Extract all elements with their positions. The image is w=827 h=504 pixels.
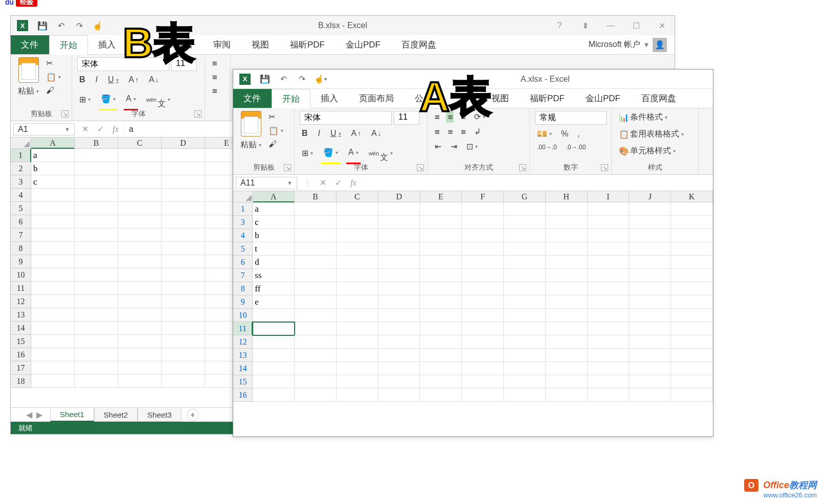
cell[interactable] (75, 215, 118, 228)
row-header[interactable]: 1 (11, 149, 31, 162)
cell[interactable] (75, 295, 118, 308)
cell[interactable] (118, 268, 162, 282)
grow-font-icon[interactable]: A↑ (349, 128, 363, 139)
font-size-select[interactable]: 11 (394, 111, 419, 125)
cell[interactable] (162, 308, 205, 322)
column-header[interactable]: E (420, 191, 462, 202)
cell[interactable] (546, 375, 588, 388)
align-center-icon[interactable]: ≡ (446, 126, 454, 138)
column-header[interactable]: J (629, 191, 671, 202)
italic-button[interactable]: I (316, 128, 322, 139)
cell[interactable] (671, 322, 713, 335)
cell[interactable] (671, 256, 713, 269)
column-header[interactable]: H (546, 191, 588, 202)
cell[interactable] (31, 255, 75, 268)
cell[interactable]: a (31, 149, 75, 162)
cancel-icon[interactable]: ✕ (315, 178, 330, 188)
maximize-icon[interactable]: ☐ (629, 21, 644, 31)
cell[interactable] (504, 295, 546, 309)
align-right-icon[interactable]: ≡ (459, 126, 467, 138)
cut-icon[interactable]: ✂ (44, 57, 63, 69)
column-header[interactable]: F (462, 191, 504, 202)
cancel-icon[interactable]: ✕ (77, 124, 93, 134)
cell[interactable]: c (253, 216, 295, 229)
account-link[interactable]: Microsoft 帐户 ▾ 👤 (581, 35, 675, 54)
cell[interactable] (337, 282, 378, 295)
dec-decimal-icon[interactable]: .0→.00 (564, 143, 588, 152)
cell[interactable] (162, 348, 205, 361)
cell[interactable] (75, 268, 118, 282)
column-header[interactable]: K (671, 191, 713, 202)
number-format-select[interactable]: 常规 (535, 111, 607, 125)
tab-file[interactable]: 文件 (11, 35, 49, 54)
cell[interactable] (118, 242, 162, 255)
cell[interactable] (504, 216, 546, 229)
cell[interactable] (546, 202, 588, 216)
cell[interactable] (295, 202, 337, 216)
cell[interactable] (162, 242, 205, 255)
column-header[interactable]: A (31, 138, 75, 149)
cell[interactable] (629, 388, 671, 402)
cell[interactable] (378, 322, 420, 335)
copy-icon[interactable]: 📋▾ (266, 125, 285, 136)
cell[interactable] (588, 309, 630, 322)
cell[interactable] (588, 322, 630, 335)
cell[interactable] (162, 322, 205, 335)
align-top-icon[interactable]: ≡ (210, 57, 225, 69)
formula-input[interactable] (361, 182, 713, 184)
minimize-icon[interactable]: — (603, 21, 618, 31)
cell[interactable] (75, 175, 118, 189)
cell[interactable] (295, 322, 337, 335)
cell[interactable] (420, 295, 462, 309)
cell[interactable] (546, 295, 588, 309)
cell[interactable] (504, 256, 546, 269)
cell[interactable] (253, 309, 295, 322)
cell[interactable] (75, 348, 118, 361)
cell[interactable] (337, 375, 378, 388)
shrink-font-icon[interactable]: A↓ (147, 74, 161, 85)
cell[interactable] (31, 268, 75, 282)
cell[interactable] (378, 335, 420, 349)
tab-file[interactable]: 文件 (233, 89, 272, 108)
cell[interactable] (118, 295, 162, 308)
cell[interactable] (295, 375, 337, 388)
cell[interactable] (337, 335, 378, 349)
cell[interactable] (378, 309, 420, 322)
cell[interactable] (162, 295, 205, 308)
cell[interactable] (588, 282, 630, 295)
cell[interactable] (31, 375, 75, 388)
row-header[interactable]: 17 (11, 361, 31, 375)
cell[interactable] (75, 375, 118, 388)
tab-kingsoft[interactable]: 金山PDF (575, 89, 631, 108)
launcher-icon[interactable]: ↘ (601, 164, 608, 171)
cell[interactable] (378, 362, 420, 375)
row-header[interactable]: 14 (11, 322, 31, 335)
cell[interactable] (546, 269, 588, 282)
currency-icon[interactable]: 💴▾ (535, 128, 554, 140)
cell[interactable] (420, 375, 462, 388)
cell[interactable] (546, 335, 588, 349)
cell[interactable] (118, 361, 162, 375)
row-header[interactable]: 9 (11, 255, 31, 268)
align-bot-icon[interactable]: ≡ (210, 85, 225, 97)
cell[interactable] (337, 349, 378, 362)
cell[interactable] (462, 295, 504, 309)
cell[interactable]: e (253, 295, 295, 309)
cell[interactable] (295, 282, 337, 295)
cell[interactable] (162, 175, 205, 189)
cell[interactable] (462, 282, 504, 295)
borders-icon[interactable]: ⊞▾ (300, 142, 315, 164)
cell[interactable] (504, 269, 546, 282)
cell[interactable] (546, 322, 588, 335)
format-painter-icon[interactable]: 🖌 (266, 139, 285, 150)
cell[interactable] (337, 309, 378, 322)
format-painter-icon[interactable]: 🖌 (44, 85, 63, 96)
cell[interactable] (295, 309, 337, 322)
fx-icon[interactable]: fx (346, 178, 361, 188)
save-icon[interactable]: 💾 (36, 19, 49, 32)
phonetic-icon[interactable]: wén文▾ (367, 142, 395, 164)
cell[interactable] (75, 202, 118, 215)
percent-icon[interactable]: % (559, 128, 570, 140)
row-header[interactable]: 8 (11, 242, 31, 255)
column-header[interactable]: D (378, 191, 420, 202)
